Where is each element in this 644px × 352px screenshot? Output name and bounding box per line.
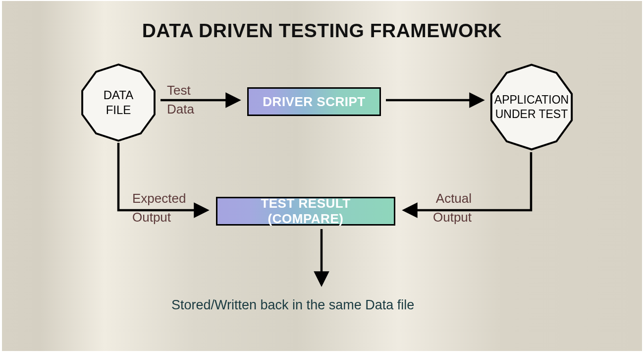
- edge-label-actual-output: Actual Output: [433, 189, 472, 227]
- edge-label-test-data: Test Data: [167, 81, 194, 118]
- footer-note: Stored/Written back in the same Data fil…: [171, 297, 414, 313]
- diagram-canvas: DATA DRIVEN TESTING FRAMEWORK DATA FILE …: [2, 1, 642, 351]
- node-test-result-compare: TEST RESULT (COMPARE): [216, 197, 395, 226]
- node-label: DRIVER SCRIPT: [263, 94, 365, 110]
- diagram-title: DATA DRIVEN TESTING FRAMEWORK: [2, 20, 642, 42]
- node-application-under-test: APPLICATION UNDER TEST: [487, 63, 576, 151]
- node-label: DATA FILE: [104, 88, 133, 117]
- edge-label-expected-output: Expected Output: [132, 189, 186, 227]
- node-data-file: DATA FILE: [79, 63, 158, 142]
- node-driver-script: DRIVER SCRIPT: [247, 87, 381, 116]
- node-label: APPLICATION UNDER TEST: [494, 93, 569, 121]
- node-label: TEST RESULT (COMPARE): [224, 196, 387, 227]
